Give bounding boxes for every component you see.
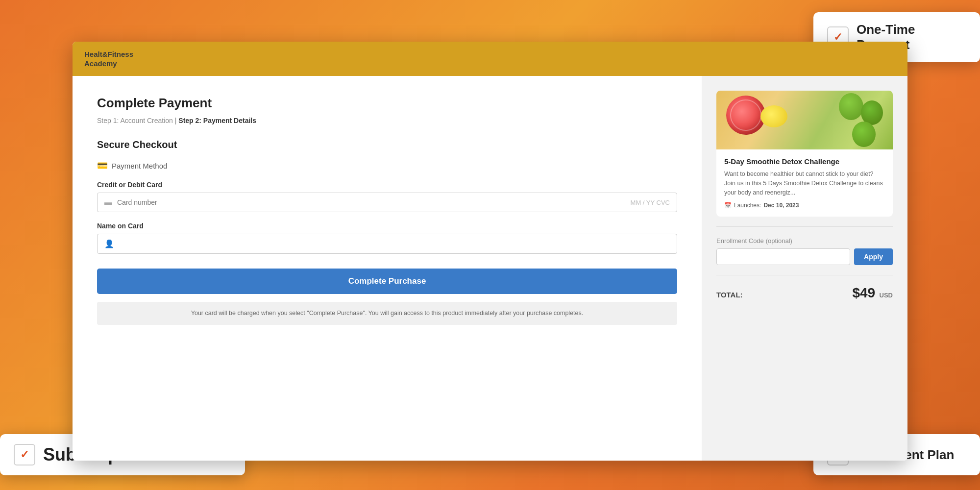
launch-label: Launches: <box>734 202 761 209</box>
lemon-decoration <box>760 105 787 127</box>
breadcrumb-step1: Step 1: Account Creation <box>97 117 173 124</box>
name-input-row[interactable]: 👤 <box>97 234 677 254</box>
product-info: 5-Day Smoothie Detox Challenge Want to b… <box>716 149 893 217</box>
payment-method-header: 💳 Payment Method <box>97 160 677 171</box>
grapefruit-decoration <box>726 96 765 135</box>
product-card: 5-Day Smoothie Detox Challenge Want to b… <box>716 91 893 217</box>
expiry-cvc-label: MM / YY CVC <box>631 199 670 206</box>
enrollment-section: Enrollment Code (optional) Apply <box>716 237 893 265</box>
enrollment-optional: (optional) <box>766 237 792 245</box>
enrollment-code-input[interactable] <box>716 248 850 265</box>
payment-method-label: Payment Method <box>112 162 167 170</box>
total-label: TOTAL: <box>716 291 743 299</box>
lime1-decoration <box>839 93 863 120</box>
content-area: Complete Payment Step 1: Account Creatio… <box>73 76 907 461</box>
calendar-icon: 📅 <box>724 202 732 209</box>
divider <box>716 226 893 227</box>
apply-button[interactable]: Apply <box>854 248 893 265</box>
total-amount-group: $49 USD <box>852 285 893 301</box>
credit-card-icon: 💳 <box>97 160 108 171</box>
left-panel: Complete Payment Step 1: Account Creatio… <box>73 76 702 461</box>
checkmark-icon-2: ✓ <box>20 448 29 461</box>
user-icon: 👤 <box>104 239 114 248</box>
subscription-check-box: ✓ <box>14 444 35 466</box>
enrollment-label: Enrollment Code (optional) <box>716 237 893 245</box>
breadcrumb: Step 1: Account Creation | Step 2: Payme… <box>97 117 677 124</box>
total-divider <box>716 275 893 275</box>
right-panel: 5-Day Smoothie Detox Challenge Want to b… <box>702 76 907 461</box>
card-field-label: Credit or Debit Card <box>97 181 677 189</box>
total-row: TOTAL: $49 USD <box>716 285 893 301</box>
breadcrumb-step2: Step 2: Payment Details <box>178 117 256 124</box>
total-amount: $49 <box>852 285 875 300</box>
card-mini-icon: ▬ <box>104 198 112 207</box>
secure-checkout-title: Secure Checkout <box>97 139 677 150</box>
header-bar: Healt&Fitness Academy <box>73 42 907 76</box>
product-description: Want to become healthier but cannot stic… <box>724 170 885 197</box>
product-launch: 📅 Launches: Dec 10, 2023 <box>724 202 885 209</box>
lime3-decoration <box>852 122 876 147</box>
total-currency: USD <box>880 292 893 299</box>
disclaimer-text: Your card will be charged when you selec… <box>97 302 677 325</box>
product-image <box>716 91 893 149</box>
complete-purchase-button[interactable]: Complete Purchase <box>97 269 677 294</box>
launch-date: Dec 10, 2023 <box>763 202 799 209</box>
browser-window: Healt&Fitness Academy Complete Payment S… <box>73 42 907 461</box>
page-title: Complete Payment <box>97 96 677 111</box>
card-input-row[interactable]: ▬ MM / YY CVC <box>97 193 677 212</box>
brand-name: Healt&Fitness Academy <box>84 49 133 69</box>
enrollment-row: Apply <box>716 248 893 265</box>
name-field-label: Name on Card <box>97 222 677 230</box>
name-on-card-input[interactable] <box>119 240 670 248</box>
card-number-input[interactable] <box>117 198 631 206</box>
product-name: 5-Day Smoothie Detox Challenge <box>724 157 885 166</box>
